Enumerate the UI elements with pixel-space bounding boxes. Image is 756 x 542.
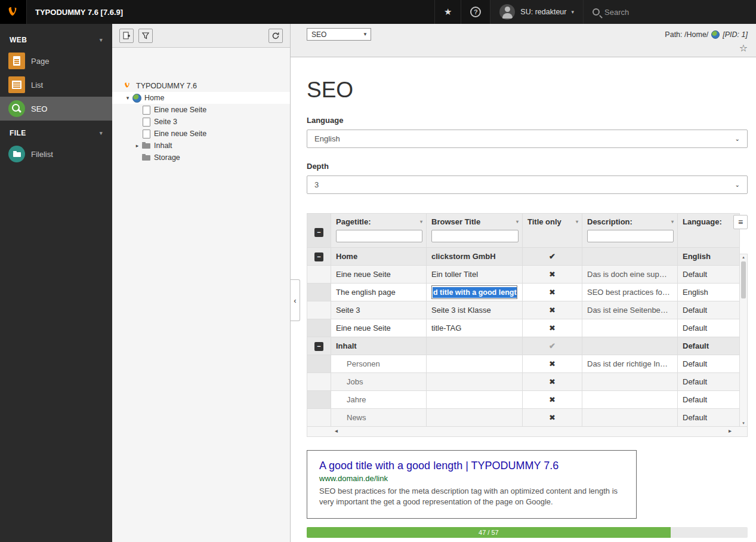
sidebar-item-seo[interactable]: SEO xyxy=(0,97,112,121)
cell-language: Default xyxy=(678,266,740,284)
bookmark-star-icon[interactable]: ☆ xyxy=(739,44,748,53)
cross-icon[interactable]: ✖ xyxy=(549,377,556,386)
tree-node-inhalt[interactable]: ▸Inhalt xyxy=(112,140,290,152)
cell-title-only[interactable]: ✖ xyxy=(523,409,582,427)
cell-browser-title[interactable]: Seite 3 ist Klasse xyxy=(427,301,523,319)
table-row: The english paged title with a good leng… xyxy=(307,284,740,301)
scroll-down-icon[interactable]: ▾ xyxy=(740,421,747,426)
sidebar-item-list[interactable]: List xyxy=(0,73,112,97)
cross-icon[interactable]: ✖ xyxy=(549,413,556,422)
cell-browser-title[interactable] xyxy=(427,373,523,391)
sort-icon[interactable]: ▾ xyxy=(516,219,519,224)
cell-browser-title[interactable]: d title with a good length xyxy=(427,284,523,301)
pagetree-collapse-handle[interactable]: ‹ xyxy=(291,279,300,321)
scroll-left-icon[interactable]: ◂ xyxy=(335,427,338,434)
horizontal-scrollbar[interactable]: ◂ ▸ xyxy=(307,427,748,437)
chevron-collapsed-icon[interactable]: ▸ xyxy=(133,143,141,149)
sort-icon[interactable]: ▾ xyxy=(420,219,422,224)
filter-input-browser_title[interactable] xyxy=(431,230,519,242)
filter-input-description[interactable] xyxy=(587,230,674,242)
cell-description[interactable] xyxy=(582,409,678,427)
cell-browser-title[interactable]: clickstorm GmbH xyxy=(427,248,523,266)
tree-node-eine-neue-seite[interactable]: Eine neue Seite xyxy=(112,104,290,116)
check-icon[interactable]: ✔ xyxy=(549,252,556,261)
cross-icon[interactable]: ✖ xyxy=(549,288,556,297)
cell-description[interactable] xyxy=(582,248,678,266)
cross-icon[interactable]: ✖ xyxy=(549,359,556,368)
tree-node-seite-3[interactable]: Seite 3 xyxy=(112,116,290,128)
column-header-language[interactable]: Language:▾ xyxy=(678,214,740,248)
sort-icon[interactable]: ▾ xyxy=(671,219,674,224)
cell-title-only[interactable]: ✖ xyxy=(523,266,582,284)
scroll-right-icon[interactable]: ▸ xyxy=(729,427,732,434)
tree-node-storage[interactable]: Storage xyxy=(112,152,290,164)
collapse-all-icon[interactable]: − xyxy=(314,228,323,237)
cell-title-only[interactable]: ✖ xyxy=(523,373,582,391)
docheader: SEO ▼ Path: /Home/ [PID: 1] ☆ xyxy=(291,24,756,57)
collapse-icon[interactable]: − xyxy=(314,252,323,261)
cell-browser-title[interactable] xyxy=(427,409,523,427)
column-menu-button[interactable]: ≡ xyxy=(733,215,748,229)
select-caret-icon: ▼ xyxy=(363,32,368,37)
column-header-browser_title[interactable]: Browser Title▾ xyxy=(427,214,523,248)
module-function-select[interactable]: SEO ▼ xyxy=(307,28,371,41)
cell-browser-title[interactable] xyxy=(427,355,523,373)
cell-title-only[interactable]: ✖ xyxy=(523,355,582,373)
new-page-button[interactable] xyxy=(119,29,134,43)
cell-description[interactable] xyxy=(582,319,678,337)
cell-title-only[interactable]: ✖ xyxy=(523,391,582,409)
help-button[interactable]: ? xyxy=(461,0,490,24)
cross-icon[interactable]: ✖ xyxy=(549,395,556,404)
tree-node-typodummy-7-6[interactable]: TYPODUMMY 7.6 xyxy=(112,80,290,92)
refresh-button[interactable] xyxy=(269,29,283,43)
cell-description[interactable] xyxy=(582,337,678,355)
cell-title-only[interactable]: ✖ xyxy=(523,319,582,337)
cell-title-only[interactable]: ✖ xyxy=(523,284,582,301)
column-header-description[interactable]: Description:▾ xyxy=(582,214,678,248)
module-section-file[interactable]: FILE▾ xyxy=(0,121,112,142)
sort-icon[interactable]: ▾ xyxy=(576,219,578,224)
depth-select[interactable]: 3 ⌄ xyxy=(307,175,748,194)
cell-description[interactable]: Das ist der richtige In… xyxy=(582,355,678,373)
cell-browser-title[interactable] xyxy=(427,391,523,409)
cell-description[interactable] xyxy=(582,391,678,409)
cross-icon[interactable]: ✖ xyxy=(549,324,556,332)
column-header-title_only[interactable]: Title only▾ xyxy=(523,214,582,248)
cell-description[interactable]: Das ist eine Seitenbe… xyxy=(582,301,678,319)
cell-title-only[interactable]: ✖ xyxy=(523,301,582,319)
cross-icon[interactable]: ✖ xyxy=(549,306,556,315)
search-icon xyxy=(593,8,600,16)
cell-browser-title[interactable]: title-TAG xyxy=(427,319,523,337)
sidebar-item-page[interactable]: Page xyxy=(0,49,112,73)
vertical-scrollbar[interactable]: ▴ ▾ xyxy=(739,254,748,427)
filter-button[interactable] xyxy=(138,29,153,43)
cell-browser-title[interactable] xyxy=(427,337,523,355)
cell-title-only[interactable]: ✔ xyxy=(523,337,582,355)
typo3-logo-icon xyxy=(7,5,20,19)
typo3-logo[interactable] xyxy=(0,0,27,24)
cross-icon[interactable]: ✖ xyxy=(549,270,556,279)
table-row: −Homeclickstorm GmbH✔English xyxy=(307,248,740,266)
cell-description[interactable] xyxy=(582,373,678,391)
inline-edit-input[interactable]: d title with a good length xyxy=(431,285,517,299)
check-icon[interactable]: ✔ xyxy=(549,341,556,350)
cell-description[interactable]: Das is doch eine sup… xyxy=(582,266,678,284)
cell-title-only[interactable]: ✔ xyxy=(523,248,582,266)
chevron-expanded-icon[interactable]: ▾ xyxy=(124,95,132,101)
filter-input-pagetitle[interactable] xyxy=(336,230,422,242)
language-select[interactable]: English ⌄ xyxy=(307,130,748,148)
favorites-button[interactable]: ★ xyxy=(434,0,461,24)
cell-description[interactable]: SEO best practices fo… xyxy=(582,284,678,301)
cell-pagetitle: Personen xyxy=(331,355,427,373)
search-button[interactable]: Search xyxy=(583,0,756,24)
column-header-pagetitle[interactable]: Pagetitle:▾ xyxy=(331,214,427,248)
collapse-icon[interactable]: − xyxy=(314,342,323,351)
module-section-web[interactable]: WEB▾ xyxy=(0,27,112,49)
scroll-up-icon[interactable]: ▴ xyxy=(740,255,747,260)
scrollbar-thumb[interactable] xyxy=(741,261,746,298)
sidebar-item-filelist[interactable]: Filelist xyxy=(0,142,112,166)
tree-node-eine-neue-seite[interactable]: Eine neue Seite xyxy=(112,128,290,140)
cell-browser-title[interactable]: Ein toller Titel xyxy=(427,266,523,284)
tree-node-home[interactable]: ▾Home xyxy=(112,92,290,104)
user-menu[interactable]: SU: redakteur ▾ xyxy=(490,0,583,24)
